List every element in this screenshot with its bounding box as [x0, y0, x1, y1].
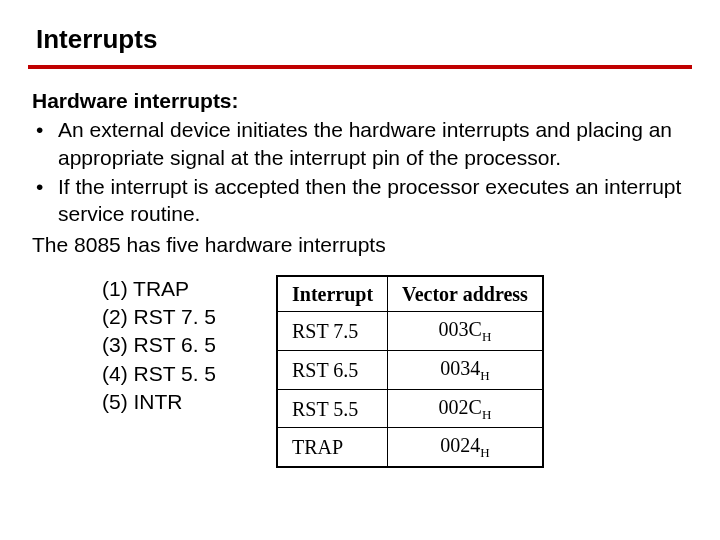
vector-table-wrapper: Interrupt Vector address RST 7.5 003CH R…	[276, 275, 544, 469]
table-row: RST 7.5 003CH	[277, 311, 542, 350]
addr-sub: H	[482, 329, 491, 344]
table-row: RST 5.5 002CH	[277, 389, 542, 428]
cell-vector: 0024H	[388, 428, 543, 467]
title-underline	[28, 65, 692, 69]
addr-sub: H	[482, 407, 491, 422]
enum-item: (4) RST 5. 5	[102, 360, 216, 388]
enum-item: (2) RST 7. 5	[102, 303, 216, 331]
addr-value: 0034	[440, 357, 480, 379]
enum-item: (3) RST 6. 5	[102, 331, 216, 359]
summary-line: The 8085 has five hardware interrupts	[32, 231, 692, 258]
addr-value: 0024	[440, 434, 480, 456]
table-row: RST 6.5 0034H	[277, 350, 542, 389]
cell-interrupt: RST 7.5	[277, 311, 387, 350]
page-title: Interrupts	[28, 18, 692, 65]
addr-value: 002C	[439, 396, 482, 418]
addr-sub: H	[480, 368, 489, 383]
content-block: Hardware interrupts: An external device …	[28, 87, 692, 468]
vector-address-table: Interrupt Vector address RST 7.5 003CH R…	[277, 276, 543, 468]
enum-item: (5) INTR	[102, 388, 216, 416]
cell-vector: 0034H	[388, 350, 543, 389]
col-header-vector: Vector address	[388, 276, 543, 311]
cell-interrupt: RST 6.5	[277, 350, 387, 389]
col-header-interrupt: Interrupt	[277, 276, 387, 311]
cell-vector: 003CH	[388, 311, 543, 350]
slide: Interrupts Hardware interrupts: An exter…	[0, 0, 720, 468]
cell-interrupt: RST 5.5	[277, 389, 387, 428]
bullet-list: An external device initiates the hardwar…	[32, 116, 692, 227]
addr-value: 003C	[439, 318, 482, 340]
subheading: Hardware interrupts:	[32, 87, 692, 114]
addr-sub: H	[480, 445, 489, 460]
table-header-row: Interrupt Vector address	[277, 276, 542, 311]
cell-interrupt: TRAP	[277, 428, 387, 467]
bullet-item: An external device initiates the hardwar…	[32, 116, 692, 171]
table-row: TRAP 0024H	[277, 428, 542, 467]
enum-item: (1) TRAP	[102, 275, 216, 303]
interrupt-enumeration: (1) TRAP (2) RST 7. 5 (3) RST 6. 5 (4) R…	[102, 275, 216, 417]
lower-row: (1) TRAP (2) RST 7. 5 (3) RST 6. 5 (4) R…	[32, 275, 692, 469]
cell-vector: 002CH	[388, 389, 543, 428]
bullet-item: If the interrupt is accepted then the pr…	[32, 173, 692, 228]
